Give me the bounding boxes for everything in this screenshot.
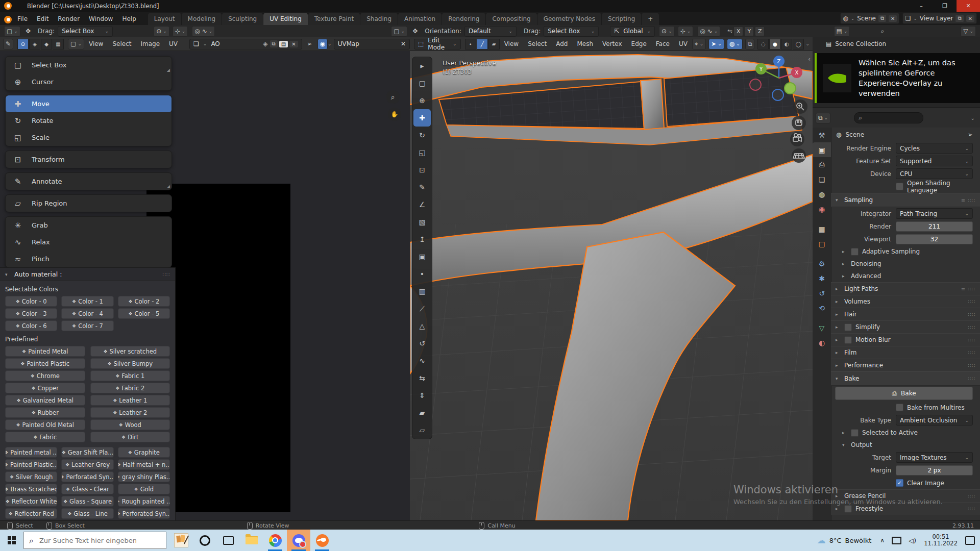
material-button[interactable]: ❖Perforated Syn... <box>61 471 113 482</box>
shading-material-icon[interactable]: ◐ <box>781 39 792 49</box>
properties-tab-world[interactable]: ◉ <box>813 202 831 216</box>
material-button[interactable]: ❖Color - 5 <box>118 308 170 319</box>
mirror-axis-y[interactable]: Y <box>744 27 754 36</box>
vp-tool-poly-build[interactable]: △ <box>413 317 431 335</box>
tool-relax[interactable]: ∿Relax <box>6 234 172 251</box>
tool-annotate[interactable]: ✎Annotate◢ <box>6 173 172 190</box>
properties-tab-scene[interactable]: ◍ <box>813 187 831 202</box>
transform-space-dropdown[interactable]: ⇱Global⌄ <box>610 26 655 37</box>
vp-tool-move[interactable]: ✚ <box>413 109 431 127</box>
uv-edge-select-icon[interactable]: ◆ <box>41 39 52 49</box>
delete-scene-button[interactable]: ✕ <box>889 15 897 22</box>
dropdown-value[interactable]: Supported <box>900 158 932 165</box>
vp-menu-5[interactable]: Edge <box>627 38 651 50</box>
chevron-down-icon[interactable]: ⌄ <box>805 41 810 46</box>
proportional-edit-icon[interactable]: ◎ ∿⌄ <box>697 26 720 37</box>
tool-cursor[interactable]: ⊕Cursor <box>6 73 172 90</box>
uv-menu-2[interactable]: Image <box>136 38 164 50</box>
copy-scene-button[interactable]: ⧉ <box>878 15 886 22</box>
vp-tool-measure[interactable]: ∠ <box>413 196 431 213</box>
properties-search[interactable]: ⌕ <box>854 112 923 123</box>
panel-collapsed-film[interactable]: ▸Film∷∷ <box>831 346 980 359</box>
visibility-icon[interactable]: ⌖⌄ <box>692 39 706 49</box>
vp-tool-bevel[interactable]: • <box>413 265 431 283</box>
discord-icon[interactable] <box>287 530 310 551</box>
uv-select-mode-icon[interactable]: ▢⌄ <box>68 39 84 49</box>
tool-select-box[interactable]: ▢Select Box◢ <box>6 57 172 73</box>
tool-move[interactable]: ✚Move <box>6 95 172 112</box>
material-button[interactable]: ❖Color - 7 <box>61 320 113 331</box>
tab-animation[interactable]: Animation <box>398 13 442 25</box>
blender-logo-icon[interactable] <box>4 16 12 23</box>
material-button[interactable]: ❖Fabric <box>5 432 85 442</box>
material-button[interactable]: ❖Rough painted ... <box>118 496 170 507</box>
outliner-display-mode-icon[interactable]: ▤⌄ <box>834 26 850 37</box>
grip-icon[interactable]: ∷∷ <box>968 324 975 330</box>
tab-uv-editing[interactable]: UV Editing <box>263 13 308 25</box>
tab-texture-paint[interactable]: Texture Paint <box>308 13 360 25</box>
grip-icon[interactable]: ∷∷ <box>968 363 975 368</box>
properties-tab-tool[interactable]: ⚒ <box>813 128 831 142</box>
material-button[interactable]: ❖Brass Scratched <box>5 484 57 494</box>
panel-header-bake[interactable]: ▾Bake∷∷ <box>831 371 980 386</box>
view-layer-selector[interactable]: ❏⌄ View Layer ⧉ ✕ <box>902 13 977 24</box>
material-button[interactable]: ❖Fabric 2 <box>90 383 170 393</box>
vp-tool-rotate[interactable]: ↻ <box>413 127 431 144</box>
minimize-button[interactable]: – <box>910 0 933 12</box>
vp-tool-shrink-fatten[interactable]: ⇕ <box>413 387 431 404</box>
editor-type-icon[interactable]: ✎ <box>3 39 13 49</box>
material-button[interactable]: ❖Color - 1 <box>61 296 113 307</box>
uv-proportional-edit-icon[interactable]: ◎ ∿⌄ <box>192 26 215 37</box>
vp-tool-edge-slide[interactable]: ⇆ <box>413 369 431 387</box>
checkbox[interactable]: ✓ <box>896 479 903 487</box>
unlink-image-button[interactable]: ✕ <box>289 41 298 47</box>
dropdown-value[interactable]: Image Textures <box>900 454 947 461</box>
tool-pinch[interactable]: ≈Pinch <box>6 251 172 267</box>
checkbox[interactable] <box>851 429 859 437</box>
vp-menu-3[interactable]: Mesh <box>572 38 598 50</box>
material-button[interactable]: ❖Wood <box>90 419 170 430</box>
dropdown[interactable]: Image Textures⌄ <box>896 452 973 463</box>
edge-select-mode-icon[interactable]: ╱ <box>477 39 488 49</box>
properties-tab-render[interactable]: ▣ <box>813 142 831 157</box>
action-center-icon[interactable] <box>965 536 975 545</box>
vp-drag-dropdown[interactable]: Select Box⌄ <box>544 26 599 37</box>
vertex-select-mode-icon[interactable]: ∙ <box>465 39 476 49</box>
delete-view-layer-button[interactable]: ✕ <box>966 15 974 22</box>
subpanel-adaptive-sampling[interactable]: ▸Adaptive Sampling <box>831 245 980 258</box>
vp-menu-0[interactable]: View <box>500 38 523 50</box>
vp-active-tool-icon[interactable]: ▢⌄ <box>391 26 407 37</box>
transform-pivot-icon[interactable]: ⊙⌄ <box>659 26 675 37</box>
material-button[interactable]: ❖Chrome <box>5 370 85 381</box>
outliner-search-icon[interactable]: ⌕ <box>880 28 884 35</box>
scene-selector[interactable]: ◍⌄ Scene ⧉ ✕ <box>840 13 899 24</box>
fake-user-shield-icon[interactable]: ◈ <box>263 40 267 47</box>
subpanel-output[interactable]: ▾Output <box>831 439 980 451</box>
outliner-filter-icon[interactable]: ▽⌄ <box>961 26 976 37</box>
close-button[interactable]: ✕ <box>957 0 980 12</box>
uv-menu-3[interactable]: UV <box>164 38 182 50</box>
value-slider[interactable]: 2 px <box>896 465 973 475</box>
dropdown-value[interactable]: Cycles <box>900 145 920 152</box>
copy-view-layer-button[interactable]: ⧉ <box>955 15 963 22</box>
shading-rendered-icon[interactable]: ◯ <box>793 39 804 49</box>
overlays-icon[interactable]: ◍⌄ <box>727 39 743 49</box>
mirror-axis-x[interactable]: X <box>733 27 743 36</box>
network-icon[interactable] <box>892 537 901 544</box>
tool-transform[interactable]: ⊡Transform <box>6 151 172 168</box>
material-button[interactable]: ❖Graphite <box>118 447 170 458</box>
uv-snap-icon[interactable]: ⊹⌄ <box>173 26 188 37</box>
material-button[interactable]: ❖Silver scratched <box>90 346 170 357</box>
grip-icon[interactable]: ∷∷ <box>968 312 975 317</box>
mirror-axis-z[interactable]: Z <box>755 27 765 36</box>
material-button[interactable]: ❖Painted Plastic... <box>5 459 57 470</box>
material-button[interactable]: ❖Painted Metal <box>5 346 85 357</box>
menu-0[interactable]: File <box>13 13 32 25</box>
material-button[interactable]: ❖Glass - Line <box>61 508 113 519</box>
vp-tool-shear[interactable]: ▰ <box>413 404 431 421</box>
panel-collapsed-volumes[interactable]: ▸Volumes∷∷ <box>831 295 980 308</box>
pin-icon[interactable]: ➢ <box>307 40 312 47</box>
material-button[interactable]: ❖Color - 0 <box>5 296 57 307</box>
weather-temp[interactable]: 8°C <box>829 537 842 544</box>
menu-4[interactable]: Help <box>117 13 140 25</box>
